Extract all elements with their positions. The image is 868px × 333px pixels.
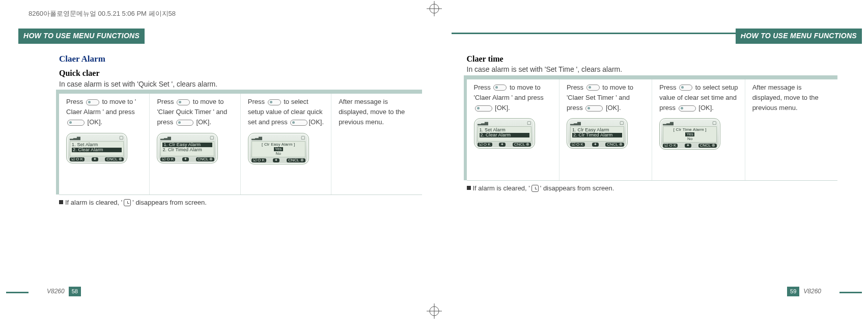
intro-a: In case alarm is set with	[467, 65, 545, 73]
file-header-note: 8260아폴로영문메뉴얼 00.5.21 5:06 PM 페이지58	[29, 9, 176, 18]
page-content: Claer Alarm Quick claer In case alarm is…	[31, 25, 422, 207]
step-text: Press to move to 'Claer Alarm ' and pres…	[474, 82, 553, 113]
step-cell: Press to select setup value of clear qui…	[240, 93, 331, 195]
crop-mark-bottom	[427, 303, 442, 319]
intro-text: In case alarm is set with 'Quick Set ', …	[59, 79, 422, 90]
footer-rule	[6, 292, 29, 293]
footer-rule	[839, 292, 862, 293]
step-text: After message is displayed, move to the …	[339, 97, 415, 127]
lcd-screen: ▂▃▅▢ 1. Clr Easy Alarm2. Clr Timed Alarm…	[157, 133, 218, 163]
lcd-screen: ▂▃▅▢ 1. Clr Easy Alarm2. Clr Timed Alarm…	[567, 118, 628, 149]
ok-key-icon	[67, 120, 85, 126]
step-cell: Press to move to ' Claer Alarm ' and pre…	[59, 93, 149, 195]
ok-key-icon	[475, 105, 492, 112]
step-text: Press to select setup value of clear qui…	[248, 97, 325, 127]
alarm-clock-icon	[124, 199, 131, 206]
section-tab: HOW TO USE MENU FUNCTIONS	[736, 29, 862, 44]
square-bullet-icon	[467, 186, 471, 190]
page-right: HOW TO USE MENU FUNCTIONS Claer time In …	[434, 25, 850, 300]
ok-key-icon	[679, 105, 696, 112]
ok-key-icon	[176, 120, 193, 126]
nav-key-icon	[177, 99, 190, 105]
note-b: ' disappears from screen.	[540, 184, 614, 192]
step-cell: Press to move to 'Claer Alarm ' and pres…	[467, 78, 559, 180]
steps-inner: Press to move to 'Claer Alarm ' and pres…	[467, 78, 838, 180]
crop-mark-top	[427, 1, 442, 16]
step-text: After message is displayed, move to the …	[752, 82, 831, 113]
section-title: Claer Alarm	[59, 54, 422, 64]
step-text: Press to select setup value of clear set…	[659, 82, 738, 113]
subsection-title: Quick claer	[59, 68, 422, 78]
square-bullet-icon	[59, 200, 63, 204]
nav-key-icon	[493, 85, 507, 91]
header-rule	[452, 29, 732, 44]
nav-key-icon	[586, 85, 600, 91]
step-text: Press to move to 'Claer Quick Timer ' an…	[157, 97, 234, 127]
model-label: V8260	[47, 288, 65, 294]
step-text: Press to move to ' Claer Alarm ' and pre…	[66, 97, 143, 127]
step-cell: Press to select setup value of clear set…	[652, 78, 744, 180]
page-footer: V8260 58	[47, 284, 81, 298]
intro-b: , clears alarm.	[173, 80, 217, 88]
nav-key-icon	[268, 99, 281, 105]
intro-q: 'Quick Set '	[137, 80, 173, 88]
page-number: 58	[69, 287, 81, 296]
step-cell: After message is displayed, move to the …	[745, 78, 837, 180]
page-spread: HOW TO USE MENU FUNCTIONS Claer Alarm Qu…	[18, 25, 850, 300]
lcd-screen: ▂▃▅▢ 1. Set Alarm2. Clear Alarm ☑ O K✦CN…	[66, 133, 127, 163]
header-bar: HOW TO USE MENU FUNCTIONS	[446, 29, 862, 44]
step-text: Press to move to 'Claer Set Timer ' and …	[567, 82, 646, 113]
subsection-title: Claer time	[467, 54, 838, 64]
note-a: If alarm is cleared, '	[65, 199, 122, 206]
page-number: 59	[787, 287, 799, 296]
nav-key-icon	[86, 99, 99, 105]
page-content: Claer time In case alarm is set with 'Se…	[446, 25, 838, 193]
lcd-screen: ▂▃▅▢ 1. Set Alarm2. Clear Alarm ☑ O K✦CN…	[474, 118, 535, 149]
step-cell: After message is displayed, move to the …	[331, 93, 422, 195]
model-label: V8260	[803, 288, 821, 294]
steps-inner: Press to move to ' Claer Alarm ' and pre…	[59, 93, 422, 195]
nav-key-icon	[679, 85, 692, 91]
intro-b: , clears alarm.	[577, 65, 622, 73]
lcd-screen: ▂▃▅▢ [ Clr Easy Alarm ]YesNo ☑ O K✦CNCL …	[248, 133, 309, 164]
ok-key-icon	[585, 105, 603, 112]
intro-q: 'Set Time '	[545, 65, 577, 73]
header-bar: HOW TO USE MENU FUNCTIONS	[18, 29, 434, 44]
page-footer: V8260 59	[787, 284, 821, 298]
ok-key-icon	[290, 120, 307, 126]
lcd-screen: ▂▃▅▢ [ Clr Time Alarm ]YesNo ☑ O K✦CNCL …	[659, 118, 720, 150]
alarm-clock-icon	[531, 185, 539, 192]
footnote: If alarm is cleared, '' disappears from …	[467, 184, 838, 193]
step-cell: Press to move to 'Claer Set Timer ' and …	[559, 78, 652, 180]
steps-row: Press to move to ' Claer Alarm ' and pre…	[59, 92, 422, 195]
step-cell: Press to move to 'Claer Quick Timer ' an…	[149, 93, 240, 195]
page-left: HOW TO USE MENU FUNCTIONS Claer Alarm Qu…	[18, 25, 434, 300]
intro-text: In case alarm is set with 'Set Time ', c…	[467, 65, 838, 75]
section-tab: HOW TO USE MENU FUNCTIONS	[18, 29, 145, 44]
footnote: If alarm is cleared, '' disappears from …	[59, 198, 422, 207]
note-b: ' disappears from screen.	[132, 199, 207, 206]
intro-a: In case alarm is set with	[59, 80, 137, 88]
note-a: If alarm is cleared, '	[473, 184, 530, 192]
steps-row: Press to move to 'Claer Alarm ' and pres…	[467, 78, 838, 181]
